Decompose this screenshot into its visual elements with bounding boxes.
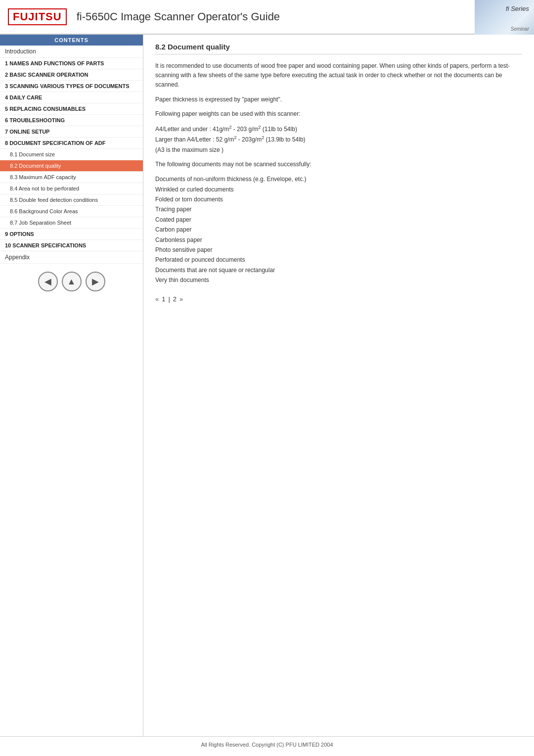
paper-weights-list: A4/Letter and under : 41g/m2 - 203 g/m2 … (155, 124, 522, 155)
logo-container: FUJITSU (8, 8, 67, 25)
pagination-page1[interactable]: 1 (162, 295, 165, 303)
cannot-scan-item-2: Folded or torn documents (155, 194, 522, 204)
nav-back-button[interactable]: ◀ (38, 272, 58, 291)
sidebar-item-introduction[interactable]: Introduction (0, 46, 143, 58)
content-section-title: 8.2 Document quality (155, 43, 522, 54)
cannot-scan-item-10: Very thin documents (155, 275, 522, 285)
cannot-scan-item-9: Documents that are not square or rectang… (155, 265, 522, 275)
sidebar-item-appendix[interactable]: Appendix (0, 251, 143, 264)
sidebar-item-s87[interactable]: 8.7 Job Separation Sheet (0, 217, 143, 229)
nav-forward-button[interactable]: ▶ (86, 272, 105, 291)
sidebar-item-s81[interactable]: 8.1 Document size (0, 149, 143, 160)
main-layout: CONTENTS Introduction 1 NAMES AND FUNCTI… (0, 35, 534, 736)
pagination-separator: | (168, 295, 170, 303)
pagination-next[interactable]: » (179, 295, 183, 303)
cannot-scan-label: The following documents may not be scann… (155, 160, 522, 169)
cannot-scan-item-4: Coated paper (155, 215, 522, 225)
sidebar-item-s84[interactable]: 8.4 Area not to be perforated (0, 183, 143, 194)
paper-weight-item-1: A4/Letter and under : 41g/m2 - 203 g/m2 … (155, 124, 522, 134)
sidebar-item-ch8[interactable]: 8 DOCUMENT SPECIFICATION OF ADF (0, 138, 143, 149)
cannot-scan-item-7: Photo sensitive paper (155, 245, 522, 255)
sidebar-item-ch9[interactable]: 9 OPTIONS (0, 229, 143, 240)
sidebar-item-ch5[interactable]: 5 REPLACING CONSUMABLES (0, 103, 143, 115)
cannot-scan-item-3: Tracing paper (155, 204, 522, 214)
fi-series-badge: fi Series Seminar (475, 0, 534, 35)
paper-weight-item-3: (A3 is the maximum size ) (155, 145, 522, 155)
content-para-3: Following paper weights can be used with… (155, 109, 522, 119)
cannot-scan-item-6: Carbonless paper (155, 235, 522, 245)
cannot-scan-item-1: Wrinkled or curled documents (155, 185, 522, 194)
content-para-2: Paper thickness is expressed by "paper w… (155, 95, 522, 104)
fujitsu-logo: FUJITSU (8, 8, 67, 25)
sidebar-item-s86[interactable]: 8.6 Background Color Areas (0, 206, 143, 217)
sidebar-item-s83[interactable]: 8.3 Maximum ADF capacity (0, 172, 143, 183)
page-footer: All Rights Reserved. Copyright (C) PFU L… (0, 736, 534, 756)
sidebar-nav-buttons: ◀ ▲ ▶ (0, 264, 143, 299)
sidebar-item-ch4[interactable]: 4 DAILY CARE (0, 92, 143, 103)
cannot-scan-item-5: Carbon paper (155, 225, 522, 235)
cannot-scan-item-8: Perforated or pounced documents (155, 255, 522, 265)
sidebar-item-ch7[interactable]: 7 ONLINE SETUP (0, 126, 143, 138)
footer-text: All Rights Reserved. Copyright (C) PFU L… (201, 742, 333, 748)
sidebar-item-s82[interactable]: 8.2 Document quality (0, 160, 143, 172)
page-header: FUJITSU fi-5650C Image Scanner Operator'… (0, 0, 534, 35)
sidebar: CONTENTS Introduction 1 NAMES AND FUNCTI… (0, 35, 143, 736)
pagination-prev[interactable]: « (155, 295, 159, 303)
pagination: « 1 | 2 » (155, 295, 522, 303)
badge-sub: Seminar (511, 26, 529, 32)
cannot-scan-list: Documents of non-uniform thickness (e.g.… (155, 174, 522, 285)
content-para-1: It is recommended to use documents of wo… (155, 61, 522, 90)
nav-home-button[interactable]: ▲ (62, 272, 82, 291)
sidebar-item-ch6[interactable]: 6 TROUBLESHOOTING (0, 115, 143, 126)
sidebar-contents-header: CONTENTS (0, 35, 143, 46)
content-area: 8.2 Document quality It is recommended t… (143, 35, 534, 736)
sidebar-item-ch10[interactable]: 10 SCANNER SPECIFICATIONS (0, 240, 143, 251)
fi-series-text: fi Series (506, 5, 529, 12)
sidebar-item-ch1[interactable]: 1 NAMES AND FUNCTIONS OF PARTS (0, 58, 143, 69)
sidebar-item-ch3[interactable]: 3 SCANNING VARIOUS TYPES OF DOCUMENTS (0, 81, 143, 92)
pagination-page2[interactable]: 2 (173, 295, 177, 303)
sidebar-item-s85[interactable]: 8.5 Double feed detection conditions (0, 194, 143, 206)
paper-weight-item-2: Larger than A4/Letter : 52 g/m2 - 203g/m… (155, 134, 522, 144)
page-title: fi-5650C Image Scanner Operator's Guide (77, 10, 526, 23)
cannot-scan-item-0: Documents of non-uniform thickness (e.g.… (155, 174, 522, 184)
sidebar-item-ch2[interactable]: 2 BASIC SCANNER OPERATION (0, 69, 143, 81)
